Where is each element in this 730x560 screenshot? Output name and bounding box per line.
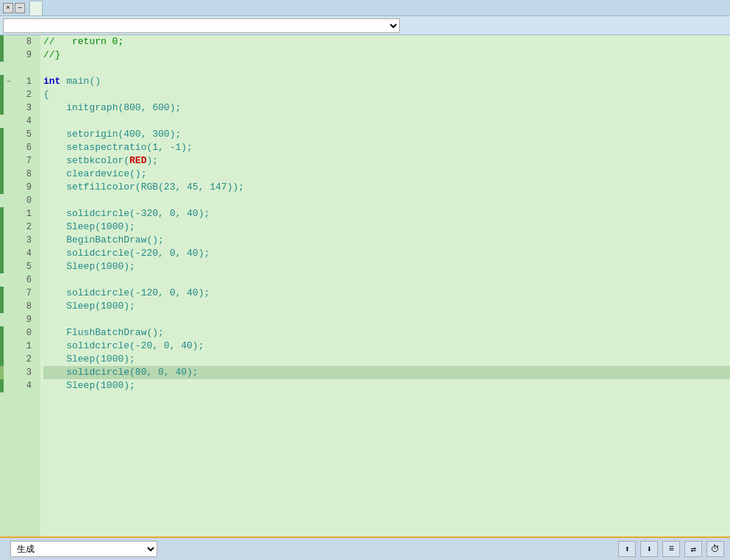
code-token: (1, -1); [146,142,192,153]
scroll-down-icon[interactable]: ⬇ [640,541,658,557]
code-line: solidcircle(80, 0, 40); [43,366,730,379]
code-token [43,367,66,378]
gutter-row: 3 [0,234,40,247]
gutter-row: 8 [0,168,40,181]
gutter-row: 3 [0,366,40,379]
line-number: 9 [14,49,35,62]
line-number: 1 [14,75,35,88]
code-token [43,287,66,298]
line-number: 3 [14,234,35,247]
code-line: Sleep(1000); [43,353,730,366]
code-token [43,261,66,272]
line-number: 8 [14,168,35,181]
code-token: solidcircle [66,208,129,219]
fold-icon [4,300,14,313]
line-gutter: 89−123456789012345678901234 [0,35,40,536]
fold-icon [4,273,14,287]
editor-area: 89−123456789012345678901234 // return 0;… [0,35,730,536]
fold-icon [4,340,14,353]
line-number: 7 [14,154,35,168]
code-token [43,301,66,312]
code-token: solidcircle [66,287,129,298]
line-number: 3 [14,366,35,379]
code-token: Sleep [66,380,95,391]
code-token: (1000); [95,353,135,365]
source-dropdown[interactable]: 生成 [10,541,157,557]
scroll-up-icon[interactable]: ⬆ [618,541,636,557]
code-token: cleardevice [66,168,129,179]
gutter-row: 1 [0,340,40,353]
code-line: Sleep(1000); [43,379,730,392]
title-bar: × — [0,0,730,16]
code-line: setorigin(400, 300); [43,128,730,141]
file-tab[interactable] [29,1,43,15]
code-token: Sleep [66,221,95,232]
line-number: 6 [14,141,35,154]
code-token: (400, 300); [118,129,181,140]
code-line [43,313,730,326]
minimize-button[interactable]: — [15,3,25,13]
code-line: initgraph(800, 600); [43,101,730,115]
gutter-row: 5 [0,128,40,141]
code-token: () [89,76,101,87]
line-number: 0 [14,326,35,340]
line-number: 9 [14,181,35,194]
line-number: 7 [14,287,35,300]
code-token [43,102,66,113]
code-line [43,62,730,75]
fold-icon [4,88,14,101]
code-line: cleardevice(); [43,168,730,181]
line-number: 6 [14,273,35,287]
fold-icon [4,366,14,379]
line-number: 5 [14,260,35,273]
fold-icon[interactable]: − [4,75,14,88]
gutter-row: 2 [0,88,40,101]
fold-icon [4,141,14,154]
code-token: (-320, 0, 40); [129,208,210,219]
code-token: //} [43,49,60,60]
code-token: (-120, 0, 40); [129,287,210,298]
window-controls[interactable]: × — [3,3,25,13]
code-line: solidcircle(-120, 0, 40); [43,287,730,300]
gutter-row: 6 [0,273,40,287]
code-line: Sleep(1000); [43,300,730,313]
gutter-row: 7 [0,154,40,168]
close-button[interactable]: × [3,3,13,13]
line-number: 3 [14,101,35,115]
code-token: (-220, 0, 40); [129,248,210,259]
fold-icon [4,128,14,141]
code-token [43,340,66,351]
line-number: 2 [14,220,35,234]
gutter-row: 4 [0,379,40,392]
line-number: 8 [14,35,35,49]
gutter-row: 8 [0,35,40,49]
code-token: ( [124,155,129,166]
clock-icon[interactable]: ⏱ [706,541,724,557]
code-line: // return 0; [43,35,730,49]
code-token: // return 0; [43,36,124,47]
line-number: 9 [14,313,35,326]
code-token: (800, 600); [118,102,181,113]
gutter-row: 0 [0,326,40,340]
code-line [43,194,730,207]
code-token: ); [146,155,158,166]
gutter-row: 4 [0,247,40,260]
code-token: main [66,76,89,87]
align-icon[interactable]: ≡ [662,541,680,557]
gutter-row: 2 [0,353,40,366]
code-token: (80, 0, 40); [129,367,198,378]
scope-dropdown[interactable] [3,18,400,33]
code-content[interactable]: // return 0;//} int main(){ initgraph(80… [40,35,730,536]
gutter-row: 4 [0,115,40,128]
line-number: 2 [14,353,35,366]
fold-icon [4,181,14,194]
code-token: BeginBatchDraw [66,234,146,245]
fold-icon [4,234,14,247]
gutter-row: 3 [0,101,40,115]
code-token: (23, 45, 147)); [158,182,244,193]
code-line: setfillcolor(RGB(23, 45, 147)); [43,181,730,194]
line-number: 2 [14,88,35,101]
swap-icon[interactable]: ⇄ [684,541,702,557]
code-line [43,115,730,128]
code-token [43,380,66,391]
